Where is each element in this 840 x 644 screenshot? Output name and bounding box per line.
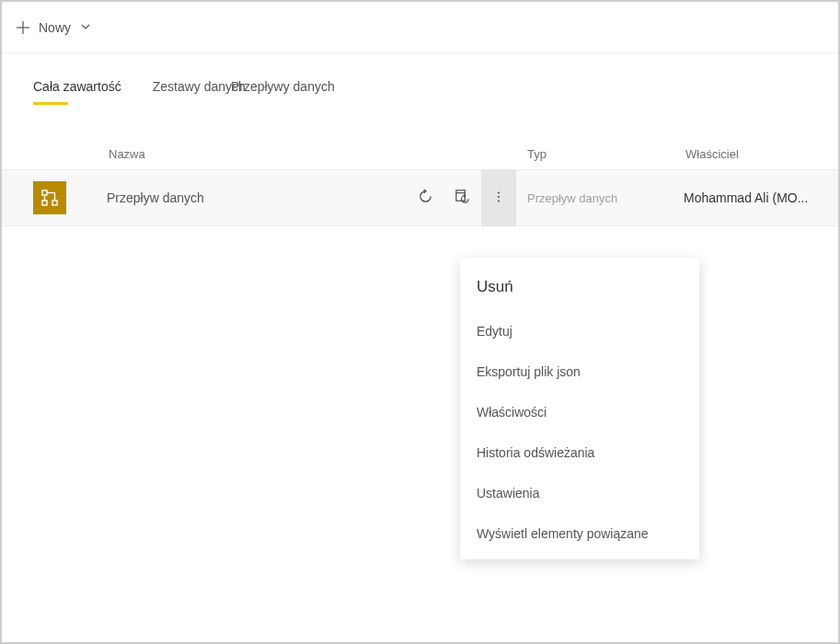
tabs-bar: Cała zawartość Zestawy danych Przepływy … — [2, 53, 838, 103]
row-actions — [387, 169, 516, 226]
context-menu: Usuń Edytuj Eksportuj plik json Właściwo… — [460, 258, 699, 559]
menu-item-refresh-history[interactable]: Historia odświeżania — [460, 432, 699, 473]
header-name: Nazwa — [107, 147, 387, 161]
more-vertical-icon — [491, 190, 506, 207]
row-icon-cell — [33, 181, 107, 214]
refresh-icon — [417, 188, 434, 208]
svg-rect-2 — [42, 190, 47, 195]
new-button[interactable]: Nowy — [15, 19, 91, 36]
chevron-down-icon — [80, 20, 91, 35]
new-button-label: Nowy — [39, 20, 71, 35]
tab-dataflows[interactable]: Przepływy danych — [231, 79, 335, 103]
table-row[interactable]: Przepływ danych — [2, 169, 838, 226]
menu-item-properties[interactable]: Właściwości — [460, 392, 699, 432]
svg-rect-3 — [52, 201, 57, 205]
schedule-button[interactable] — [444, 169, 479, 226]
header-type: Typ — [516, 147, 684, 161]
svg-point-10 — [498, 191, 500, 193]
tab-all-content[interactable]: Cała zawartość — [33, 79, 121, 103]
refresh-button[interactable] — [408, 169, 443, 226]
menu-item-export-json[interactable]: Eksportuj plik json — [460, 351, 699, 392]
row-type: Przepływ danych — [516, 191, 684, 205]
content-area: Nazwa Typ Właściciel Przepływ danych — [2, 103, 838, 226]
header-owner: Właściciel — [684, 147, 838, 161]
schedule-icon — [454, 188, 471, 208]
svg-point-11 — [498, 195, 500, 197]
menu-item-settings[interactable]: Ustawienia — [460, 473, 699, 513]
row-owner: Mohammad Ali (MO... — [684, 190, 838, 205]
toolbar: Nowy — [2, 2, 838, 53]
menu-item-view-related[interactable]: Wyświetl elementy powiązane — [460, 513, 699, 554]
menu-item-delete[interactable]: Usuń — [460, 263, 699, 311]
plus-icon — [15, 19, 31, 36]
svg-rect-4 — [42, 201, 47, 205]
svg-point-12 — [498, 200, 500, 201]
more-options-button[interactable] — [481, 169, 516, 226]
table-header: Nazwa Typ Właściciel — [2, 138, 838, 169]
row-name: Przepływ danych — [107, 190, 387, 205]
menu-item-edit[interactable]: Edytuj — [460, 311, 699, 351]
dataflow-icon — [33, 181, 66, 214]
